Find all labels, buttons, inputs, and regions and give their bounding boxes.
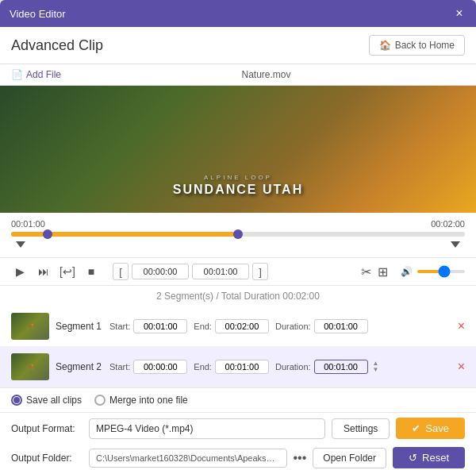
- timeline-handle-left[interactable]: [43, 229, 52, 239]
- volume-control: 🔊: [401, 266, 465, 277]
- triangle-markers: [11, 241, 465, 248]
- timeline-handle-right[interactable]: [233, 229, 243, 239]
- segment-1-start-input[interactable]: [133, 319, 187, 333]
- start-bracket-button[interactable]: [: [113, 263, 129, 280]
- window-title: Video Editor: [10, 8, 66, 20]
- merge-radio[interactable]: [94, 395, 106, 406]
- open-folder-button[interactable]: Open Folder: [313, 448, 386, 468]
- segment-2-end-input[interactable]: [215, 360, 269, 374]
- segment-2-duration-field: Duration: ▲ ▼: [275, 360, 379, 374]
- merge-option[interactable]: Merge into one file: [94, 395, 188, 406]
- stop-button[interactable]: ■: [83, 263, 100, 280]
- video-overlay-text: ALPINE LOOP SUNDANCE UTAH: [173, 174, 303, 213]
- start-time-input[interactable]: [132, 264, 189, 279]
- file-name: Nature.mov: [242, 69, 291, 80]
- video-frame: ALPINE LOOP SUNDANCE UTAH: [0, 86, 476, 213]
- folder-label: Output Folder:: [11, 453, 83, 464]
- title-bar: Video Editor ×: [0, 0, 476, 27]
- marker-right: [451, 241, 460, 248]
- time-labels: 00:01:00 00:02:00: [11, 219, 465, 229]
- save-button[interactable]: ✔ Save: [396, 418, 465, 439]
- output-folder-row: Output Folder: ••• Open Folder ↺ Reset: [0, 444, 476, 470]
- volume-slider[interactable]: [417, 270, 465, 273]
- save-all-option[interactable]: Save all clips: [11, 395, 82, 406]
- segment-2-duration-input[interactable]: [314, 360, 368, 374]
- duration-spinner: ▲ ▼: [373, 360, 379, 373]
- segment-1-delete-button[interactable]: ×: [458, 319, 465, 333]
- segment-2-start-input[interactable]: [133, 360, 187, 374]
- segment-1-duration-field: Duration:: [275, 319, 368, 333]
- header: Advanced Clip 🏠 Back to Home: [0, 27, 476, 64]
- save-options: Save all clips Merge into one file: [0, 387, 476, 412]
- browse-folder-button[interactable]: •••: [294, 451, 307, 465]
- playback-controls: ▶ ⏭ [↩] ■ [ ] ✂ ⊞ 🔊: [0, 257, 476, 285]
- timeline-start: 00:01:00: [11, 219, 45, 229]
- timeline: 00:01:00 00:02:00: [0, 213, 476, 257]
- segment-row-2: 🍂 Segment 2 Start: End: Duration: ▲ ▼ ×: [0, 347, 476, 387]
- toolbar: 📄 Add File Nature.mov: [0, 64, 476, 86]
- segment-1-start-field: Start:: [109, 319, 187, 333]
- page-title: Advanced Clip: [11, 37, 103, 54]
- next-frame-button[interactable]: ⏭: [35, 263, 52, 280]
- back-to-home-button[interactable]: 🏠 Back to Home: [369, 35, 465, 56]
- time-input-group: [ ]: [113, 263, 268, 280]
- folder-path-input[interactable]: [89, 449, 287, 468]
- output-format-row: Output Format: MPEG-4 Video (*.mp4) Sett…: [0, 412, 476, 444]
- segment-2-start-field: Start:: [109, 360, 187, 374]
- segment-1-duration-input[interactable]: [314, 319, 368, 333]
- merge-button[interactable]: ⊞: [378, 264, 388, 279]
- progress-bar[interactable]: [11, 232, 465, 237]
- volume-icon: 🔊: [401, 266, 413, 277]
- close-button[interactable]: ×: [452, 6, 466, 21]
- reset-button[interactable]: ↺ Reset: [393, 447, 465, 468]
- segment-row-1: 🍂 Segment 1 Start: End: Duration: ×: [0, 306, 476, 347]
- video-preview: ALPINE LOOP SUNDANCE UTAH: [0, 86, 476, 213]
- timeline-end: 00:02:00: [431, 219, 465, 229]
- format-select-wrapper: MPEG-4 Video (*.mp4): [89, 418, 325, 439]
- segment-1-end-input[interactable]: [215, 319, 269, 333]
- video-subtext: ALPINE LOOP: [173, 174, 303, 181]
- segment-2-end-field: End:: [194, 360, 269, 374]
- end-bracket-button[interactable]: ]: [252, 263, 268, 280]
- save-all-radio[interactable]: [11, 395, 22, 406]
- marker-left: [16, 241, 25, 248]
- play-button[interactable]: ▶: [11, 263, 29, 280]
- segments-summary: 2 Segment(s) / Total Duration 00:02:00: [0, 285, 476, 306]
- add-file-button[interactable]: 📄 Add File: [11, 69, 61, 80]
- segment-1-thumbnail: 🍂: [11, 313, 49, 340]
- settings-button[interactable]: Settings: [332, 418, 390, 439]
- duration-down-button[interactable]: ▼: [373, 367, 379, 373]
- format-label: Output Format:: [11, 423, 83, 434]
- segment-2-label: Segment 2: [56, 361, 103, 372]
- reset-icon: ↺: [409, 452, 417, 464]
- segment-2-delete-button[interactable]: ×: [458, 360, 465, 374]
- loop-button[interactable]: [↩]: [59, 263, 76, 280]
- video-editor-window: Video Editor × Advanced Clip 🏠 Back to H…: [0, 0, 476, 470]
- add-file-icon: 📄: [11, 69, 23, 80]
- save-check-icon: ✔: [412, 422, 420, 434]
- segment-1-end-field: End:: [194, 319, 269, 333]
- segment-1-label: Segment 1: [56, 321, 103, 332]
- end-time-input[interactable]: [192, 264, 249, 279]
- radio-dot: [13, 397, 20, 403]
- segment-2-thumbnail: 🍂: [11, 353, 49, 380]
- format-select[interactable]: MPEG-4 Video (*.mp4): [89, 418, 325, 439]
- split-button[interactable]: ✂: [361, 264, 371, 279]
- home-icon: 🏠: [379, 40, 391, 51]
